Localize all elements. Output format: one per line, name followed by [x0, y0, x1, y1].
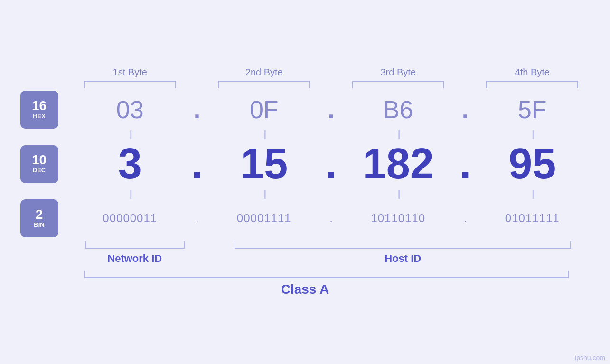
- bin-badge-col: 2 BIN: [20, 199, 73, 237]
- eq-2: ||: [206, 129, 322, 140]
- eq-cells-2: || || || ||: [73, 188, 590, 199]
- bin-base-name: BIN: [34, 221, 44, 229]
- byte-label-1: 1st Byte: [73, 67, 188, 88]
- byte-label-text-1: 1st Byte: [113, 67, 147, 78]
- bin-dot-2: .: [329, 212, 333, 225]
- byte-bracket-top-1: [84, 81, 176, 88]
- hex-base-name: HEX: [33, 112, 46, 121]
- bin-value-4: 01011111: [505, 212, 560, 225]
- byte-label-4: 4th Byte: [475, 67, 590, 88]
- eq-4: ||: [475, 129, 590, 140]
- equals-row-1: || || || ||: [20, 129, 590, 140]
- bin-sep-2: .: [322, 212, 341, 225]
- dec-base-number: 10: [32, 153, 47, 167]
- byte-label-3: 3rd Byte: [341, 67, 456, 88]
- bin-sep-3: .: [456, 212, 475, 225]
- bin-sep-1: .: [188, 212, 206, 225]
- hex-value-3: B6: [383, 95, 413, 124]
- class-bracket-line: [84, 271, 569, 278]
- host-id-label: Host ID: [385, 252, 421, 265]
- bin-value-3: 10110110: [371, 212, 425, 225]
- byte-bracket-top-4: [486, 81, 578, 88]
- dec-val-3: 182: [341, 140, 456, 188]
- hex-badge: 16 HEX: [20, 91, 58, 129]
- hex-dot-1: .: [194, 95, 200, 124]
- hex-val-2: 0F: [206, 95, 322, 124]
- class-label: Class A: [281, 282, 329, 297]
- hex-base-number: 16: [32, 99, 47, 112]
- hex-value-2: 0F: [250, 95, 279, 124]
- eq-5: ||: [73, 188, 188, 199]
- bin-values-cols: 00000011 . 00001111 . 10110110 . 0101111…: [73, 212, 590, 225]
- byte-bracket-top-2: [218, 81, 310, 88]
- equals-row-2: || || || ||: [20, 188, 590, 199]
- hex-dot-3: .: [462, 95, 469, 124]
- byte-label-text-3: 3rd Byte: [381, 67, 416, 78]
- bin-val-3: 10110110: [341, 212, 456, 225]
- hex-sep-2: .: [322, 95, 341, 124]
- eq-8: ||: [475, 188, 590, 199]
- bin-value-2: 00001111: [237, 212, 291, 225]
- hex-sep-3: .: [456, 95, 475, 124]
- dec-value-3: 182: [363, 140, 434, 188]
- class-section: Class A: [20, 271, 590, 297]
- host-id-col: Host ID: [216, 241, 590, 265]
- dec-value-4: 95: [508, 140, 556, 188]
- dec-val-4: 95: [475, 140, 590, 188]
- bin-dot-3: .: [464, 212, 467, 225]
- dec-dot-1: .: [191, 140, 203, 188]
- dec-row: 10 DEC 3 . 15 . 182 . 95: [20, 140, 590, 188]
- bin-base-number: 2: [36, 208, 43, 221]
- bin-val-2: 00001111: [206, 212, 322, 225]
- byte-bracket-top-3: [352, 81, 444, 88]
- bottom-brackets: Network ID Host ID: [20, 241, 590, 265]
- dec-val-2: 15: [206, 140, 322, 188]
- bin-val-1: 00000011: [73, 212, 188, 225]
- dec-val-1: 3: [73, 140, 188, 188]
- hex-val-4: 5F: [475, 95, 590, 124]
- host-bracket: [235, 241, 571, 249]
- bottom-section: Network ID Host ID: [20, 241, 590, 265]
- dec-badge: 10 DEC: [20, 145, 58, 183]
- dec-dot-2: .: [325, 140, 337, 188]
- bin-value-1: 00000011: [103, 212, 157, 225]
- hex-row: 16 HEX 03 . 0F . B6 . 5F: [20, 91, 590, 129]
- dec-values-cols: 3 . 15 . 182 . 95: [73, 140, 590, 188]
- hex-value-4: 5F: [518, 95, 547, 124]
- eq-cells-1: || || || ||: [73, 129, 590, 140]
- hex-value-1: 03: [116, 95, 144, 124]
- hex-sep-1: .: [188, 95, 206, 124]
- dec-sep-3: .: [456, 140, 475, 188]
- byte-label-cells: 1st Byte 2nd Byte 3rd Byte 4th Byte: [73, 67, 590, 88]
- dec-dot-3: .: [459, 140, 471, 188]
- hex-dot-2: .: [328, 95, 334, 124]
- bin-badge: 2 BIN: [20, 199, 58, 237]
- eq-3: ||: [341, 129, 456, 140]
- dec-base-name: DEC: [33, 167, 46, 175]
- network-id-label: Network ID: [107, 252, 162, 265]
- dec-sep-1: .: [188, 140, 206, 188]
- dec-value-1: 3: [118, 140, 142, 188]
- hex-val-1: 03: [73, 95, 188, 124]
- dec-badge-col: 10 DEC: [20, 145, 73, 183]
- byte-label-2: 2nd Byte: [206, 67, 322, 88]
- hex-values-cols: 03 . 0F . B6 . 5F: [73, 95, 590, 124]
- dec-value-2: 15: [240, 140, 288, 188]
- bin-dot-1: .: [196, 212, 199, 225]
- byte-label-text-4: 4th Byte: [515, 67, 550, 78]
- byte-label-text-2: 2nd Byte: [245, 67, 283, 78]
- hex-badge-col: 16 HEX: [20, 91, 73, 129]
- hex-val-3: B6: [341, 95, 456, 124]
- bin-val-4: 01011111: [475, 212, 590, 225]
- eq-6: ||: [206, 188, 322, 199]
- network-bracket: [85, 241, 185, 249]
- dec-sep-2: .: [322, 140, 341, 188]
- main-container: 1st Byte 2nd Byte 3rd Byte 4th Byte: [20, 67, 590, 297]
- eq-7: ||: [341, 188, 456, 199]
- eq-1: ||: [73, 129, 188, 140]
- watermark: ipshu.com: [575, 354, 605, 362]
- bin-row: 2 BIN 00000011 . 00001111 . 10110110 .: [20, 199, 590, 237]
- byte-labels-row: 1st Byte 2nd Byte 3rd Byte 4th Byte: [20, 67, 590, 88]
- network-id-col: Network ID: [73, 241, 197, 265]
